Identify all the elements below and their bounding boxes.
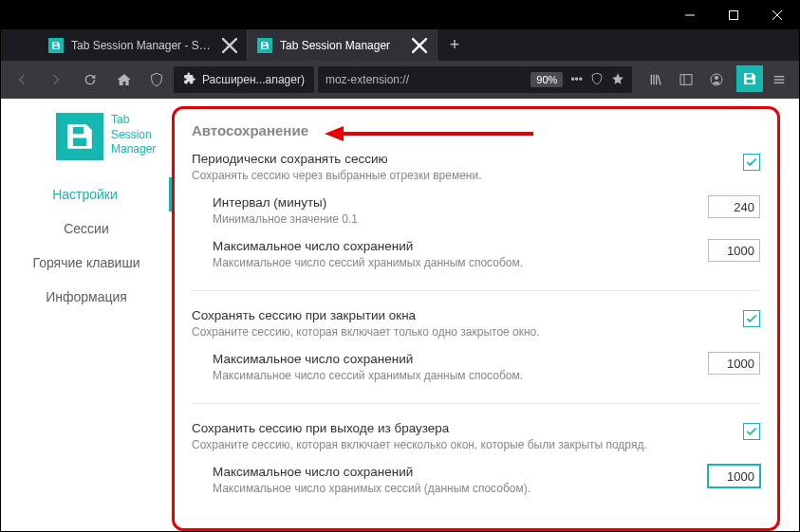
setting-periodic-save: Периодически сохранять сессию Сохранять … (192, 152, 760, 269)
setting-description: Минимальное значение 0.1 (213, 212, 708, 226)
library-icon[interactable] (642, 65, 670, 94)
app-name-line: Manager (111, 142, 156, 157)
window-minimize-button[interactable] (668, 1, 712, 29)
close-icon[interactable] (412, 38, 427, 53)
menu-icon[interactable] (765, 65, 793, 94)
home-button[interactable] (109, 64, 140, 95)
settings-sidebar: Tab Session Manager Настройки Сессии Гор… (1, 99, 172, 531)
max-saves-input[interactable] (708, 465, 760, 487)
checkbox-on-close[interactable] (743, 310, 760, 327)
setting-interval: Интервал (минуты) Минимальное значение 0… (213, 195, 760, 226)
setting-description: Максимальное число сессий хранимых данны… (213, 369, 708, 382)
setting-label: Периодически сохранять сессию (192, 152, 743, 166)
svg-point-11 (715, 76, 718, 80)
window-titlebar (1, 1, 799, 29)
window-close-button[interactable] (755, 1, 799, 29)
save-icon (257, 38, 272, 53)
app-name-line: Session (111, 128, 156, 143)
sidebar-item-hotkeys[interactable]: Горячие клавиши (1, 246, 172, 280)
max-saves-input[interactable] (708, 352, 760, 375)
setting-description: Максимальное число хранимых сессий (данн… (213, 482, 708, 495)
tab-label: Tab Session Manager (280, 39, 404, 52)
extension-indicator[interactable]: Расширен...anager) (174, 66, 314, 93)
browser-tab[interactable]: Tab Session Manager (248, 29, 437, 61)
reload-button[interactable] (75, 64, 105, 95)
account-icon[interactable] (702, 65, 731, 94)
save-icon (48, 38, 64, 53)
setting-label: Максимальное число сохранений (213, 465, 708, 479)
setting-max-on-close: Максимальное число сохранений Максимальн… (213, 352, 760, 382)
setting-label: Максимальное число сохранений (213, 239, 708, 253)
tab-label: Tab Session Manager - Sess (71, 39, 214, 52)
extension-label: Расширен...anager) (202, 73, 305, 86)
divider (192, 403, 760, 404)
save-session-button[interactable] (736, 65, 763, 92)
back-button[interactable] (7, 64, 37, 95)
setting-save-on-close: Сохранять сессию при закрытии окна Сохра… (192, 308, 760, 382)
svg-rect-8 (680, 75, 692, 85)
more-icon[interactable]: ••• (570, 73, 583, 86)
setting-label: Максимальное число сохранений (213, 352, 708, 366)
setting-description: Максимальное число сессий хранимых данны… (213, 256, 708, 269)
setting-description: Сохранять сессию через выбранные отрезки… (192, 169, 743, 182)
setting-description: Сохраните сессию, которая включает тольк… (192, 325, 743, 339)
browser-toolbar: Расширен...anager) moz-extension:// 90% … (1, 61, 799, 99)
settings-main: Автосохранение Периодически сохранять се… (172, 99, 799, 531)
max-saves-input[interactable] (708, 239, 760, 262)
sidebar-icon[interactable] (672, 65, 700, 94)
divider (192, 290, 760, 291)
new-tab-button[interactable]: + (437, 29, 472, 61)
setting-max-periodic: Максимальное число сохранений Максимальн… (213, 239, 760, 269)
checkbox-on-exit[interactable] (743, 423, 760, 440)
reader-shield-icon[interactable] (590, 72, 604, 88)
section-title: Автосохранение (192, 122, 760, 138)
save-icon (56, 113, 103, 160)
checkbox-periodic[interactable] (743, 154, 760, 171)
app-name-line: Tab (111, 113, 156, 128)
bookmark-star-icon[interactable] (611, 72, 624, 88)
setting-label: Интервал (минуты) (213, 195, 708, 210)
setting-max-on-exit: Максимальное число сохранений Максимальн… (213, 465, 760, 495)
sidebar-item-info[interactable]: Информация (1, 280, 172, 314)
arrow-annotation (325, 124, 533, 143)
svg-marker-16 (325, 126, 344, 141)
window-maximize-button[interactable] (712, 1, 755, 29)
url-text: moz-extension:// (326, 73, 409, 86)
shield-icon[interactable] (143, 64, 170, 95)
svg-rect-1 (730, 11, 738, 20)
browser-tabs-bar: Tab Session Manager - Sess Tab Session M… (1, 29, 799, 61)
zoom-indicator[interactable]: 90% (530, 72, 563, 87)
setting-save-on-exit: Сохранить сессию при выходе из браузера … (192, 421, 760, 495)
app-logo: Tab Session Manager (56, 113, 156, 160)
page-content: Tab Session Manager Настройки Сессии Гор… (1, 99, 799, 531)
setting-label: Сохранять сессию при закрытии окна (192, 308, 743, 322)
setting-label: Сохранить сессию при выходе из браузера (192, 421, 743, 435)
browser-tab[interactable]: Tab Session Manager - Sess (39, 29, 248, 61)
setting-description: Сохраните сессию, которая включает неско… (192, 438, 743, 451)
url-bar[interactable]: moz-extension:// 90% ••• (318, 66, 632, 93)
interval-input[interactable] (708, 195, 760, 218)
highlight-annotation: Автосохранение Периодически сохранять се… (172, 106, 780, 531)
close-icon[interactable] (222, 38, 237, 53)
sidebar-item-settings[interactable]: Настройки (1, 177, 172, 211)
forward-button[interactable] (41, 64, 71, 95)
puzzle-icon (183, 72, 196, 88)
sidebar-item-sessions[interactable]: Сессии (1, 211, 172, 246)
